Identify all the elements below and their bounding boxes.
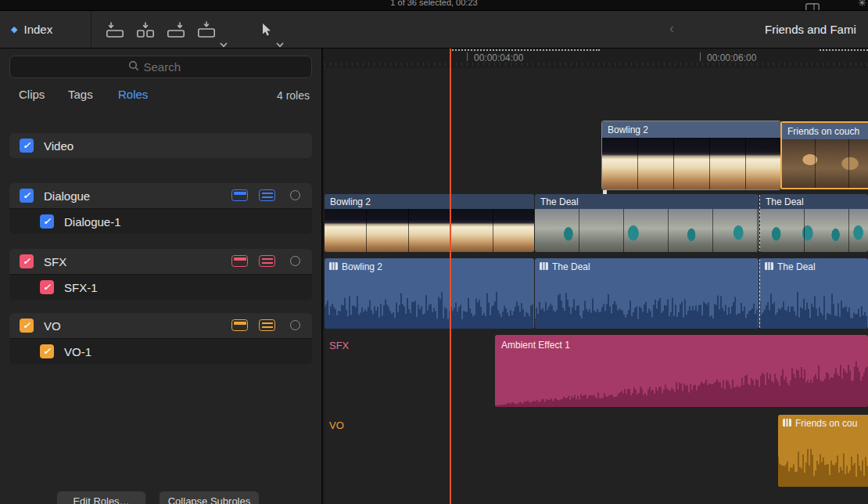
timeline-ruler[interactable]: 00:00:04:00 00:00:06:00 (325, 49, 868, 67)
filmstrip-icon (783, 418, 791, 429)
timecode-label: 00:00:04:00 (474, 52, 523, 63)
ruler-major-tick (700, 52, 701, 61)
vo-clip-friends-on-couch[interactable]: Friends on cou (778, 415, 868, 487)
role-checkbox-dialogue[interactable]: ✓ (20, 189, 34, 203)
clip-title: Friends on couch (782, 123, 868, 139)
clip-appearance-icon[interactable] (231, 319, 248, 331)
subrole-checkbox[interactable]: ✓ (40, 344, 54, 358)
connected-clip-friends-on-couch[interactable]: Friends on couch (780, 121, 868, 189)
check-icon: ✓ (23, 320, 30, 331)
role-name: Video (44, 139, 74, 153)
lane-view-icon[interactable] (259, 319, 275, 331)
tab-tags[interactable]: Tags (68, 88, 93, 101)
filmstrip-icon (765, 261, 773, 272)
role-row-vo[interactable]: ✓ VO (9, 313, 312, 338)
focus-radio[interactable] (290, 320, 300, 330)
clip-filmstrip (602, 138, 780, 189)
role-group-dialogue: ✓ Dialogue ✓ Dialogue-1 (9, 183, 312, 234)
timecode-label: 00:00:06:00 (707, 52, 756, 63)
clip-filmstrip (760, 209, 868, 252)
index-panel: Clips Tags Roles 4 roles ✓ Video ✓ Dialo… (0, 49, 323, 504)
audio-waveform (535, 277, 759, 329)
check-icon: ✓ (43, 346, 51, 357)
collapse-subroles-button[interactable]: Collapse Subroles (159, 491, 260, 504)
edit-roles-button[interactable]: Edit Roles… (56, 491, 146, 504)
role-row-video[interactable]: ✓ Video (9, 133, 312, 158)
selection-status: 1 of 36 selected, 00:23 (0, 0, 868, 7)
playhead[interactable] (450, 49, 451, 504)
chevron-down-icon[interactable] (220, 37, 228, 51)
project-title: Friends and Fami (765, 11, 868, 48)
role-checkbox-video[interactable]: ✓ (20, 139, 34, 153)
audio-waveform (495, 357, 868, 407)
sfx-clip-ambient-effect-1[interactable]: Ambient Effect 1 (495, 335, 868, 407)
lane-view-icon[interactable] (259, 255, 275, 267)
back-chevron-icon[interactable]: ‹ (669, 20, 674, 37)
check-icon: ✓ (43, 282, 51, 293)
clip-appearance-icon[interactable] (231, 255, 248, 267)
video-clip-bowling-2[interactable]: Bowling 2 (325, 194, 534, 252)
role-row-sfx[interactable]: ✓ SFX (9, 249, 312, 274)
overwrite-clip-icon[interactable] (197, 21, 216, 38)
subrole-name: SFX-1 (64, 281, 98, 294)
video-clip-the-deal-2[interactable]: The Deal (759, 194, 868, 252)
role-checkbox-sfx[interactable]: ✓ (20, 254, 34, 268)
filmstrip-icon (540, 261, 548, 272)
role-group-vo: ✓ VO ✓ VO-1 (9, 313, 312, 364)
clip-title: Ambient Effect 1 (495, 335, 868, 351)
insert-clip-icon[interactable] (136, 21, 155, 38)
subrole-name: VO-1 (64, 345, 91, 358)
focus-radio[interactable] (290, 190, 300, 200)
filmstrip-icon (329, 261, 338, 272)
clip-title: Bowling 2 (325, 194, 534, 209)
fcp-window: 1 of 36 selected, 00:23 ✳ ◆ Index (0, 0, 868, 504)
lane-label-sfx: SFX (329, 340, 349, 351)
roles-count: 4 roles (277, 89, 310, 102)
audio-clip-bowling-2[interactable]: Bowling 2 (325, 258, 534, 329)
lane-label-vo: VO (329, 419, 344, 431)
focus-radio[interactable] (290, 256, 300, 266)
subrole-name: Dialogue-1 (64, 215, 121, 229)
role-row-dialogue[interactable]: ✓ Dialogue (9, 183, 312, 208)
clip-connection-handle (603, 190, 607, 194)
index-toggle-button[interactable]: ◆ Index (0, 11, 91, 48)
append-clip-icon[interactable] (167, 21, 185, 38)
audio-clip-the-deal-2[interactable]: The Deal (759, 258, 868, 329)
video-clip-the-deal-1[interactable]: The Deal (535, 194, 759, 252)
ruler-major-tick (467, 52, 468, 61)
tab-clips[interactable]: Clips (19, 88, 45, 101)
subrole-checkbox[interactable]: ✓ (40, 214, 54, 229)
main-toolbar: ◆ Index ‹ Friends and Fami (0, 10, 868, 49)
search-icon (128, 60, 139, 74)
index-button-label: Index (23, 23, 52, 36)
selection-range-dots (450, 49, 600, 51)
check-icon: ✓ (23, 140, 30, 151)
check-icon: ✓ (43, 216, 51, 227)
effects-icon[interactable]: ✳ (858, 0, 866, 9)
clip-title: Bowling 2 (342, 261, 382, 272)
audio-waveform (778, 432, 868, 487)
clip-title: The Deal (777, 261, 816, 272)
audio-clip-the-deal-1[interactable]: The Deal (535, 258, 759, 329)
clip-title: The Deal (535, 194, 759, 209)
viewer-layout-icon[interactable] (805, 1, 820, 10)
clip-filmstrip (325, 209, 534, 252)
selection-range-dots (820, 49, 868, 51)
clip-filmstrip (782, 139, 868, 188)
connect-clip-icon[interactable] (106, 21, 124, 38)
subrole-checkbox[interactable]: ✓ (40, 280, 54, 294)
subrole-row-dialogue-1[interactable]: ✓ Dialogue-1 (9, 208, 312, 234)
subrole-row-sfx-1[interactable]: ✓ SFX-1 (9, 274, 312, 300)
search-input[interactable] (144, 60, 194, 74)
tab-roles[interactable]: Roles (118, 88, 148, 101)
timeline[interactable]: 00:00:04:00 00:00:06:00 Bowling 2 Friend… (325, 49, 868, 504)
search-field[interactable] (9, 56, 312, 78)
subrole-row-vo-1[interactable]: ✓ VO-1 (9, 338, 312, 364)
clip-appearance-icon[interactable] (231, 189, 248, 201)
chevron-down-icon[interactable] (276, 37, 284, 51)
lane-view-icon[interactable] (259, 189, 275, 201)
role-checkbox-vo[interactable]: ✓ (20, 319, 34, 333)
clip-title: Friends on cou (795, 418, 857, 429)
connected-clip-bowling-2[interactable]: Bowling 2 (602, 121, 780, 189)
clip-title: The Deal (552, 261, 590, 272)
